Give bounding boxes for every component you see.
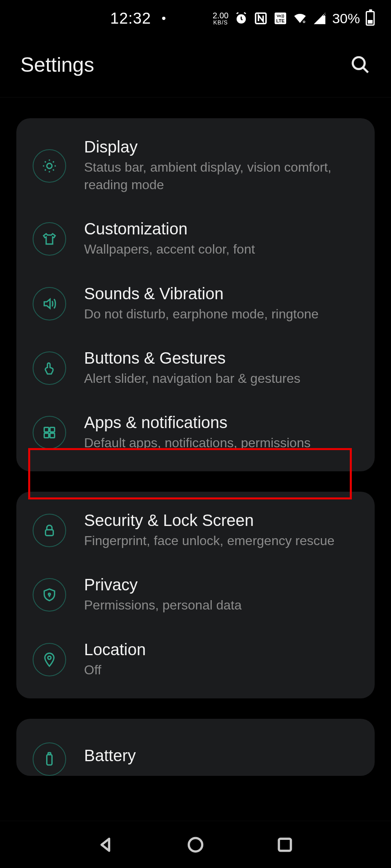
alarm-icon — [234, 11, 248, 25]
settings-item-subtitle: Alert slider, navigation bar & gestures — [84, 370, 358, 387]
svg-point-16 — [49, 593, 51, 595]
battery-icon — [33, 742, 66, 776]
home-circle-icon — [187, 836, 204, 854]
search-button[interactable] — [350, 55, 371, 75]
settings-item-subtitle: Fingerprint, face unlock, emergency resc… — [84, 532, 358, 550]
tshirt-icon — [33, 222, 66, 256]
settings-item-privacy[interactable]: Privacy Permissions, personal data — [16, 563, 375, 627]
settings-item-subtitle: Wallpapers, accent color, font — [84, 241, 358, 258]
page-title: Settings — [20, 53, 94, 77]
battery-percentage: 30% — [332, 11, 360, 27]
settings-item-subtitle: Off — [84, 661, 358, 679]
settings-item-title: Sounds & Vibration — [84, 285, 358, 303]
settings-item-title: Battery — [84, 747, 358, 765]
svg-point-10 — [47, 163, 52, 168]
settings-item-title: Buttons & Gestures — [84, 349, 358, 367]
apps-icon — [33, 416, 66, 449]
settings-item-battery[interactable]: Battery — [16, 733, 375, 776]
svg-text:LTE: LTE — [276, 18, 285, 23]
speaker-icon — [33, 287, 66, 320]
settings-item-subtitle: Default apps, notifications, permissions — [84, 434, 358, 452]
volte-icon: Vo))LTE — [273, 11, 287, 25]
settings-item-sounds[interactable]: Sounds & Vibration Do not disturb, earph… — [16, 272, 375, 336]
svg-line-9 — [363, 67, 368, 73]
svg-rect-19 — [48, 753, 51, 755]
navigation-bar — [0, 821, 391, 868]
settings-item-title: Display — [84, 138, 358, 156]
gesture-icon — [33, 351, 66, 385]
settings-item-title: Privacy — [84, 576, 358, 594]
network-speed-value: 2.00 — [213, 11, 229, 20]
network-speed-indicator: 2.00 KB/S — [213, 11, 229, 25]
settings-item-display[interactable]: Display Status bar, ambient display, vis… — [16, 132, 375, 207]
settings-item-subtitle: Permissions, personal data — [84, 596, 358, 614]
battery-icon — [366, 11, 375, 26]
nfc-icon — [254, 11, 268, 25]
settings-item-customization[interactable]: Customization Wallpapers, accent color, … — [16, 207, 375, 271]
nav-back-button[interactable] — [95, 833, 118, 856]
settings-scroll-area[interactable]: Display Status bar, ambient display, vis… — [0, 118, 391, 807]
settings-item-security[interactable]: Security & Lock Screen Fingerprint, face… — [16, 506, 375, 563]
app-header: Settings — [0, 37, 391, 97]
svg-rect-13 — [44, 433, 49, 438]
settings-item-subtitle: Status bar, ambient display, vision comf… — [84, 159, 358, 194]
shield-icon — [33, 578, 66, 612]
brightness-icon — [33, 149, 66, 183]
status-time: 12:32 — [110, 10, 151, 27]
notification-dot-icon: • — [162, 12, 166, 24]
svg-point-20 — [189, 838, 202, 851]
nav-home-button[interactable] — [184, 833, 207, 856]
settings-group-2: Security & Lock Screen Fingerprint, face… — [16, 492, 375, 698]
svg-rect-15 — [46, 530, 53, 536]
svg-point-17 — [48, 656, 51, 659]
svg-rect-11 — [44, 427, 49, 432]
settings-group-1: Display Status bar, ambient display, vis… — [16, 118, 375, 471]
status-bar: 12:32 • 2.00 KB/S Vo))LTE x 30% — [0, 0, 391, 37]
settings-group-3: Battery — [16, 719, 375, 776]
svg-rect-18 — [47, 755, 52, 765]
recents-square-icon — [276, 836, 294, 854]
network-speed-unit: KB/S — [213, 20, 228, 25]
settings-item-apps-notifications[interactable]: Apps & notifications Default apps, notif… — [16, 400, 375, 457]
svg-rect-21 — [279, 839, 291, 850]
svg-text:x: x — [323, 11, 326, 17]
svg-rect-14 — [50, 433, 55, 438]
settings-item-title: Location — [84, 641, 358, 659]
header-divider — [0, 97, 391, 97]
settings-item-buttons[interactable]: Buttons & Gestures Alert slider, navigat… — [16, 336, 375, 400]
settings-item-title: Apps & notifications — [84, 413, 358, 432]
location-icon — [33, 643, 66, 676]
settings-item-subtitle: Do not disturb, earphone mode, ringtone — [84, 305, 358, 323]
svg-text:Vo)): Vo)) — [277, 13, 284, 18]
wifi-icon — [293, 11, 307, 25]
cellular-signal-icon: x — [313, 11, 327, 25]
svg-rect-12 — [50, 427, 55, 432]
search-icon — [350, 55, 371, 75]
svg-point-8 — [353, 57, 364, 69]
svg-point-6 — [303, 21, 304, 22]
nav-recents-button[interactable] — [273, 833, 296, 856]
lock-icon — [33, 514, 66, 547]
settings-item-location[interactable]: Location Off — [16, 627, 375, 685]
back-triangle-icon — [97, 836, 115, 854]
settings-item-title: Security & Lock Screen — [84, 511, 358, 530]
settings-item-title: Customization — [84, 220, 358, 238]
